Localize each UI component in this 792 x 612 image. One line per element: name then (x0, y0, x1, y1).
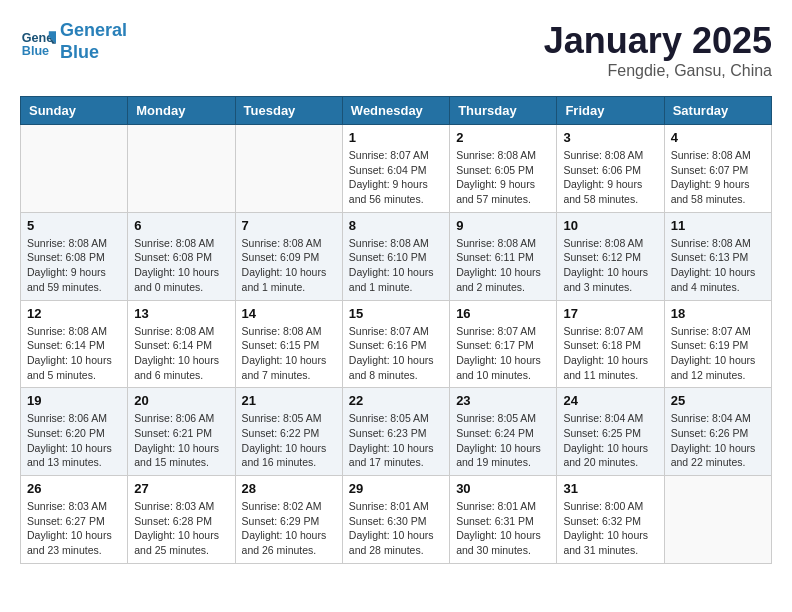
logo: General Blue General Blue (20, 20, 127, 63)
day-number: 15 (349, 306, 443, 321)
day-number: 24 (563, 393, 657, 408)
calendar-day-cell: 31Sunrise: 8:00 AM Sunset: 6:32 PM Dayli… (557, 476, 664, 564)
page-header: General Blue General Blue January 2025 F… (20, 20, 772, 80)
calendar-day-cell: 29Sunrise: 8:01 AM Sunset: 6:30 PM Dayli… (342, 476, 449, 564)
day-info: Sunrise: 8:08 AM Sunset: 6:08 PM Dayligh… (134, 236, 228, 295)
day-number: 17 (563, 306, 657, 321)
day-info: Sunrise: 8:07 AM Sunset: 6:18 PM Dayligh… (563, 324, 657, 383)
calendar-day-cell: 12Sunrise: 8:08 AM Sunset: 6:14 PM Dayli… (21, 300, 128, 388)
calendar-day-cell: 5Sunrise: 8:08 AM Sunset: 6:08 PM Daylig… (21, 212, 128, 300)
calendar-day-cell: 15Sunrise: 8:07 AM Sunset: 6:16 PM Dayli… (342, 300, 449, 388)
day-number: 4 (671, 130, 765, 145)
calendar-day-cell: 10Sunrise: 8:08 AM Sunset: 6:12 PM Dayli… (557, 212, 664, 300)
month-title: January 2025 (544, 20, 772, 62)
day-number: 29 (349, 481, 443, 496)
svg-text:Blue: Blue (22, 43, 49, 57)
day-info: Sunrise: 8:06 AM Sunset: 6:21 PM Dayligh… (134, 411, 228, 470)
calendar-day-cell: 19Sunrise: 8:06 AM Sunset: 6:20 PM Dayli… (21, 388, 128, 476)
day-info: Sunrise: 8:07 AM Sunset: 6:17 PM Dayligh… (456, 324, 550, 383)
day-number: 14 (242, 306, 336, 321)
calendar-day-cell: 21Sunrise: 8:05 AM Sunset: 6:22 PM Dayli… (235, 388, 342, 476)
calendar-day-cell: 13Sunrise: 8:08 AM Sunset: 6:14 PM Dayli… (128, 300, 235, 388)
calendar: SundayMondayTuesdayWednesdayThursdayFrid… (20, 96, 772, 564)
calendar-day-cell: 30Sunrise: 8:01 AM Sunset: 6:31 PM Dayli… (450, 476, 557, 564)
day-info: Sunrise: 8:08 AM Sunset: 6:14 PM Dayligh… (134, 324, 228, 383)
calendar-day-cell: 18Sunrise: 8:07 AM Sunset: 6:19 PM Dayli… (664, 300, 771, 388)
day-info: Sunrise: 8:08 AM Sunset: 6:06 PM Dayligh… (563, 148, 657, 207)
day-number: 11 (671, 218, 765, 233)
calendar-day-cell: 2Sunrise: 8:08 AM Sunset: 6:05 PM Daylig… (450, 125, 557, 213)
day-number: 16 (456, 306, 550, 321)
day-info: Sunrise: 8:05 AM Sunset: 6:22 PM Dayligh… (242, 411, 336, 470)
calendar-week-row: 1Sunrise: 8:07 AM Sunset: 6:04 PM Daylig… (21, 125, 772, 213)
day-number: 28 (242, 481, 336, 496)
day-number: 26 (27, 481, 121, 496)
calendar-day-cell: 14Sunrise: 8:08 AM Sunset: 6:15 PM Dayli… (235, 300, 342, 388)
day-number: 20 (134, 393, 228, 408)
logo-text-line1: General (60, 20, 127, 42)
calendar-day-cell (128, 125, 235, 213)
calendar-day-cell (664, 476, 771, 564)
calendar-day-cell: 26Sunrise: 8:03 AM Sunset: 6:27 PM Dayli… (21, 476, 128, 564)
calendar-day-cell: 6Sunrise: 8:08 AM Sunset: 6:08 PM Daylig… (128, 212, 235, 300)
calendar-day-cell: 11Sunrise: 8:08 AM Sunset: 6:13 PM Dayli… (664, 212, 771, 300)
col-header-monday: Monday (128, 97, 235, 125)
day-info: Sunrise: 8:05 AM Sunset: 6:23 PM Dayligh… (349, 411, 443, 470)
day-number: 5 (27, 218, 121, 233)
day-number: 9 (456, 218, 550, 233)
day-info: Sunrise: 8:08 AM Sunset: 6:13 PM Dayligh… (671, 236, 765, 295)
calendar-day-cell: 25Sunrise: 8:04 AM Sunset: 6:26 PM Dayli… (664, 388, 771, 476)
day-info: Sunrise: 8:08 AM Sunset: 6:10 PM Dayligh… (349, 236, 443, 295)
day-number: 22 (349, 393, 443, 408)
day-info: Sunrise: 8:01 AM Sunset: 6:31 PM Dayligh… (456, 499, 550, 558)
col-header-saturday: Saturday (664, 97, 771, 125)
day-info: Sunrise: 8:04 AM Sunset: 6:25 PM Dayligh… (563, 411, 657, 470)
day-info: Sunrise: 8:08 AM Sunset: 6:15 PM Dayligh… (242, 324, 336, 383)
calendar-week-row: 5Sunrise: 8:08 AM Sunset: 6:08 PM Daylig… (21, 212, 772, 300)
day-info: Sunrise: 8:00 AM Sunset: 6:32 PM Dayligh… (563, 499, 657, 558)
day-info: Sunrise: 8:04 AM Sunset: 6:26 PM Dayligh… (671, 411, 765, 470)
day-info: Sunrise: 8:01 AM Sunset: 6:30 PM Dayligh… (349, 499, 443, 558)
day-number: 25 (671, 393, 765, 408)
day-info: Sunrise: 8:08 AM Sunset: 6:11 PM Dayligh… (456, 236, 550, 295)
col-header-wednesday: Wednesday (342, 97, 449, 125)
day-number: 23 (456, 393, 550, 408)
day-info: Sunrise: 8:07 AM Sunset: 6:16 PM Dayligh… (349, 324, 443, 383)
calendar-day-cell: 20Sunrise: 8:06 AM Sunset: 6:21 PM Dayli… (128, 388, 235, 476)
day-info: Sunrise: 8:08 AM Sunset: 6:07 PM Dayligh… (671, 148, 765, 207)
calendar-day-cell (21, 125, 128, 213)
day-info: Sunrise: 8:06 AM Sunset: 6:20 PM Dayligh… (27, 411, 121, 470)
calendar-day-cell: 16Sunrise: 8:07 AM Sunset: 6:17 PM Dayli… (450, 300, 557, 388)
calendar-day-cell: 7Sunrise: 8:08 AM Sunset: 6:09 PM Daylig… (235, 212, 342, 300)
calendar-day-cell: 17Sunrise: 8:07 AM Sunset: 6:18 PM Dayli… (557, 300, 664, 388)
day-number: 19 (27, 393, 121, 408)
day-info: Sunrise: 8:08 AM Sunset: 6:12 PM Dayligh… (563, 236, 657, 295)
day-number: 10 (563, 218, 657, 233)
calendar-day-cell: 3Sunrise: 8:08 AM Sunset: 6:06 PM Daylig… (557, 125, 664, 213)
col-header-sunday: Sunday (21, 97, 128, 125)
day-info: Sunrise: 8:07 AM Sunset: 6:04 PM Dayligh… (349, 148, 443, 207)
calendar-day-cell: 27Sunrise: 8:03 AM Sunset: 6:28 PM Dayli… (128, 476, 235, 564)
day-number: 12 (27, 306, 121, 321)
calendar-day-cell: 1Sunrise: 8:07 AM Sunset: 6:04 PM Daylig… (342, 125, 449, 213)
day-info: Sunrise: 8:08 AM Sunset: 6:05 PM Dayligh… (456, 148, 550, 207)
day-number: 7 (242, 218, 336, 233)
day-info: Sunrise: 8:07 AM Sunset: 6:19 PM Dayligh… (671, 324, 765, 383)
logo-icon: General Blue (20, 24, 56, 60)
calendar-header-row: SundayMondayTuesdayWednesdayThursdayFrid… (21, 97, 772, 125)
calendar-day-cell (235, 125, 342, 213)
day-number: 21 (242, 393, 336, 408)
calendar-week-row: 19Sunrise: 8:06 AM Sunset: 6:20 PM Dayli… (21, 388, 772, 476)
calendar-day-cell: 24Sunrise: 8:04 AM Sunset: 6:25 PM Dayli… (557, 388, 664, 476)
col-header-thursday: Thursday (450, 97, 557, 125)
day-number: 3 (563, 130, 657, 145)
day-number: 6 (134, 218, 228, 233)
day-info: Sunrise: 8:08 AM Sunset: 6:14 PM Dayligh… (27, 324, 121, 383)
calendar-day-cell: 23Sunrise: 8:05 AM Sunset: 6:24 PM Dayli… (450, 388, 557, 476)
day-number: 30 (456, 481, 550, 496)
day-number: 18 (671, 306, 765, 321)
calendar-week-row: 26Sunrise: 8:03 AM Sunset: 6:27 PM Dayli… (21, 476, 772, 564)
day-info: Sunrise: 8:03 AM Sunset: 6:27 PM Dayligh… (27, 499, 121, 558)
title-block: January 2025 Fengdie, Gansu, China (544, 20, 772, 80)
day-info: Sunrise: 8:08 AM Sunset: 6:09 PM Dayligh… (242, 236, 336, 295)
